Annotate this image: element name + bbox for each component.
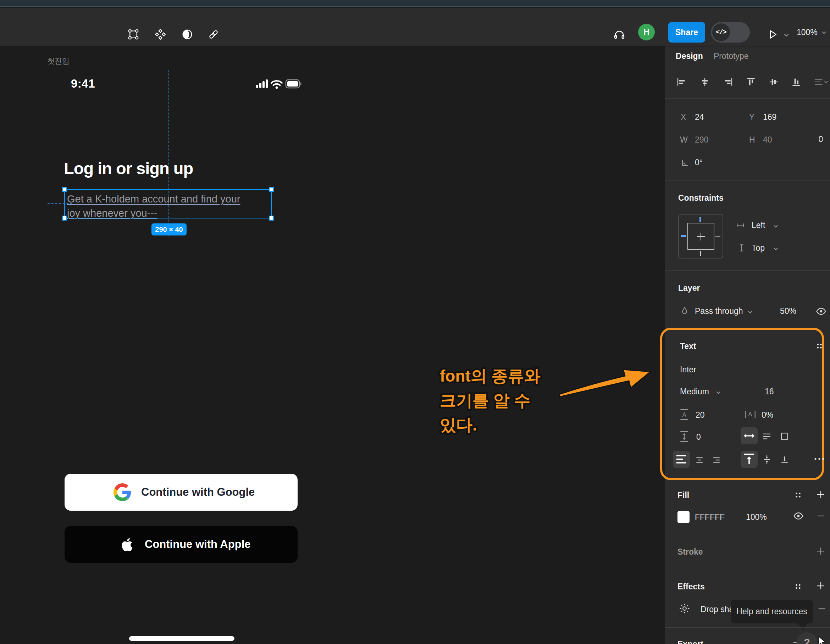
align-horizontal-center-icon[interactable] [699, 76, 710, 88]
selection-handle-bl[interactable] [62, 215, 67, 221]
align-bottom-icon[interactable] [790, 76, 802, 88]
blend-mode-select[interactable]: Pass through [695, 306, 743, 316]
visibility-eye-icon[interactable] [816, 306, 827, 317]
continue-with-apple-button[interactable]: Continue with Apple [65, 526, 298, 563]
dev-mode-toggle[interactable]: </> [711, 22, 750, 43]
fill-hex-input[interactable]: FFFFFF [695, 513, 725, 522]
line-height-input[interactable]: 20 [695, 410, 705, 420]
avatar[interactable]: H [638, 24, 655, 40]
components-icon[interactable] [154, 28, 167, 41]
align-left-icon[interactable] [676, 76, 687, 88]
design-canvas[interactable]: 첫진입 9:41 [0, 46, 664, 644]
resize-auto-height-icon[interactable] [762, 431, 772, 441]
layer-opacity-input[interactable]: 50% [780, 306, 796, 316]
add-effect-icon[interactable] [816, 581, 826, 591]
effect-settings-sun-icon[interactable] [678, 603, 691, 615]
y-label: Y [749, 112, 754, 122]
link-icon[interactable] [207, 28, 220, 41]
headphones-icon[interactable] [613, 28, 626, 41]
help-tooltip: Help and resources [731, 600, 813, 623]
add-fill-icon[interactable] [816, 489, 826, 500]
statusbar-time: 9:41 [71, 77, 95, 90]
font-family-select[interactable]: Inter [680, 365, 696, 375]
x-label: X [681, 112, 686, 122]
signal-icon [256, 79, 268, 88]
rotation-icon [680, 158, 690, 168]
fill-title: Fill [678, 491, 689, 500]
mask-icon[interactable] [181, 28, 194, 41]
text-align-left-button-selected[interactable] [673, 451, 690, 468]
vertical-align-bottom-icon[interactable] [779, 454, 790, 465]
continue-with-google-button[interactable]: Continue with Google [65, 474, 298, 511]
window-title-strip [0, 0, 830, 7]
vertical-constraint-select[interactable]: Top [752, 243, 765, 253]
tab-prototype[interactable]: Prototype [714, 51, 748, 61]
selection-handle-tr[interactable] [269, 187, 274, 192]
constraint-left-blue [681, 235, 686, 237]
selection-handle-tl[interactable] [62, 187, 67, 192]
y-input[interactable]: 169 [763, 112, 776, 122]
h-input[interactable]: 40 [763, 135, 772, 145]
text-more-options-icon[interactable] [813, 456, 825, 461]
paragraph-spacing-input[interactable]: 0 [696, 432, 701, 442]
stroke-title: Stroke [678, 547, 703, 557]
divider [665, 180, 830, 180]
frame-label[interactable]: 첫진입 [47, 56, 70, 66]
apple-button-label: Continue with Apple [145, 538, 250, 551]
share-button[interactable]: Share [668, 22, 705, 43]
help-tooltip-tail [798, 623, 808, 630]
login-heading: Log in or sign up [64, 158, 193, 178]
text-align-center-icon[interactable] [694, 454, 705, 465]
zoom-level-control[interactable]: 100% [797, 28, 827, 37]
vertical-align-middle-icon[interactable] [762, 454, 772, 465]
resize-auto-width-button-selected[interactable] [741, 427, 758, 445]
constraints-widget[interactable] [678, 214, 723, 258]
x-input[interactable]: 24 [695, 112, 704, 122]
font-weight-select[interactable]: Medium [680, 387, 709, 397]
remove-effect-icon[interactable] [817, 604, 827, 614]
constrain-proportions-icon[interactable] [816, 134, 826, 144]
export-title: Export [678, 639, 703, 644]
font-size-input[interactable]: 16 [765, 387, 774, 397]
chevron-down-icon [772, 223, 779, 230]
line-height-icon: A [678, 408, 690, 421]
text-section-title: Text [680, 342, 696, 351]
horizontal-constraint-select[interactable]: Left [752, 221, 765, 230]
text-styles-icon[interactable] [815, 342, 824, 351]
add-stroke-icon[interactable] [816, 546, 826, 556]
tab-design[interactable]: Design [676, 51, 703, 61]
align-top-icon[interactable] [745, 76, 757, 88]
play-icon[interactable] [766, 28, 779, 41]
distribute-more-icon[interactable] [814, 78, 828, 87]
apple-logo-icon [118, 535, 136, 554]
w-input[interactable]: 290 [695, 135, 708, 145]
fill-opacity-input[interactable]: 100% [746, 513, 767, 522]
google-button-label: Continue with Google [141, 486, 255, 498]
fill-color-swatch[interactable] [678, 511, 689, 523]
chevron-down-icon [715, 389, 722, 396]
align-right-icon[interactable] [722, 76, 734, 88]
home-indicator [129, 636, 234, 641]
svg-text:A: A [683, 412, 686, 418]
vertical-align-top-button-selected[interactable] [741, 451, 758, 468]
text-align-right-icon[interactable] [711, 454, 722, 465]
rotation-input[interactable]: 0° [695, 158, 703, 168]
fill-styles-icon[interactable] [794, 491, 803, 500]
annotation-arrow [558, 360, 657, 408]
battery-icon [286, 80, 301, 88]
fill-visibility-eye-icon[interactable] [793, 510, 804, 522]
effect-styles-icon[interactable] [794, 582, 803, 591]
selection-bounding-box[interactable] [64, 189, 272, 218]
remove-fill-icon[interactable] [816, 511, 826, 521]
toolbar: H Share </> 100% [0, 8, 830, 46]
edit-object-icon[interactable] [127, 28, 140, 41]
align-vertical-center-icon[interactable] [768, 76, 779, 88]
play-options-chevron-icon[interactable] [782, 31, 790, 39]
effect-name[interactable]: Drop sha [700, 604, 733, 614]
resize-fixed-icon[interactable] [779, 431, 790, 441]
mouse-cursor-icon [817, 636, 827, 644]
letter-spacing-input[interactable]: 0% [762, 410, 773, 420]
help-button[interactable]: ? [797, 632, 817, 644]
selection-handle-br[interactable] [269, 215, 274, 221]
properties-panel: Design Prototype [665, 46, 830, 644]
